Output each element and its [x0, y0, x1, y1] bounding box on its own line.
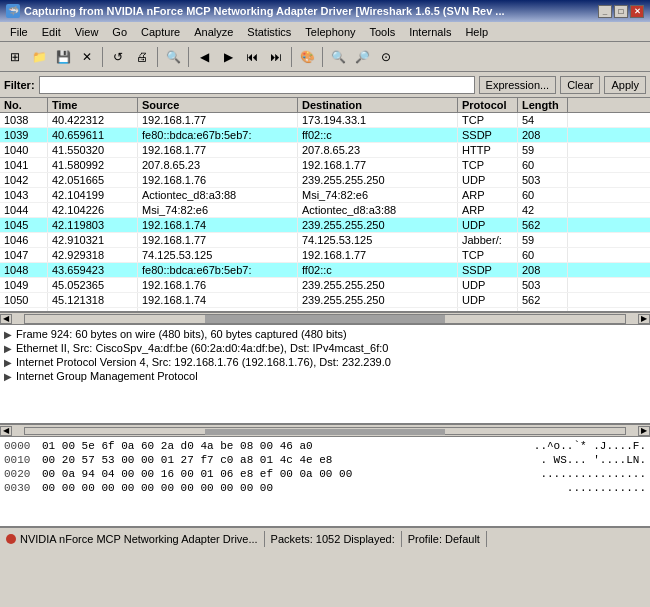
hex-offset: 0000: [4, 439, 34, 453]
cell-time: 42.104199: [48, 188, 138, 202]
header-source[interactable]: Source: [138, 98, 298, 112]
cell-src: 192.168.1.74: [138, 218, 298, 232]
print-btn[interactable]: 🖨: [131, 46, 153, 68]
hex-row: 0020 00 0a 94 04 00 00 16 00 01 06 e8 ef…: [4, 467, 646, 481]
detail-hscroll-track[interactable]: [24, 427, 626, 435]
go-next-btn[interactable]: ▶: [217, 46, 239, 68]
cell-len: 503: [518, 278, 568, 292]
sep5: [322, 47, 323, 67]
close-button[interactable]: ✕: [630, 5, 644, 18]
menu-go[interactable]: Go: [106, 24, 133, 40]
find-btn[interactable]: 🔍: [162, 46, 184, 68]
cell-dst: ff02::c: [298, 263, 458, 277]
apply-button[interactable]: Apply: [604, 76, 646, 94]
cell-dst: ff02::c: [298, 128, 458, 142]
packet-rows: 1038 40.422312 192.168.1.77 173.194.33.1…: [0, 113, 650, 313]
capture-indicator: [6, 534, 16, 544]
hscroll-thumb[interactable]: [205, 315, 445, 323]
detail-pane[interactable]: ▶ Frame 924: 60 bytes on wire (480 bits)…: [0, 325, 650, 425]
cell-len: 60: [518, 158, 568, 172]
menu-internals[interactable]: Internals: [403, 24, 457, 40]
cell-no: 1045: [0, 218, 48, 232]
table-row[interactable]: 1047 42.929318 74.125.53.125 192.168.1.7…: [0, 248, 650, 263]
list-item[interactable]: ▶ Internet Group Management Protocol: [4, 369, 646, 383]
table-row[interactable]: 1045 42.119803 192.168.1.74 239.255.255.…: [0, 218, 650, 233]
zoom-out-btn[interactable]: 🔎: [351, 46, 373, 68]
hscroll-track[interactable]: [24, 314, 626, 324]
header-length[interactable]: Length: [518, 98, 568, 112]
close-btn[interactable]: ✕: [76, 46, 98, 68]
menu-capture[interactable]: Capture: [135, 24, 186, 40]
zoom-in-btn[interactable]: 🔍: [327, 46, 349, 68]
header-protocol[interactable]: Protocol: [458, 98, 518, 112]
zoom-reset-btn[interactable]: ⊙: [375, 46, 397, 68]
maximize-button[interactable]: □: [614, 5, 628, 18]
detail-hscroll-thumb[interactable]: [205, 429, 445, 435]
menu-edit[interactable]: Edit: [36, 24, 67, 40]
scroll-left-btn[interactable]: ◀: [0, 314, 12, 324]
cell-no: 1041: [0, 158, 48, 172]
header-destination[interactable]: Destination: [298, 98, 458, 112]
cell-dst: 192.168.1.77: [298, 158, 458, 172]
packet-list[interactable]: No. Time Source Destination Protocol Len…: [0, 98, 650, 313]
cell-time: 42.119803: [48, 218, 138, 232]
list-item[interactable]: ▶ Ethernet II, Src: CiscoSpv_4a:df:be (6…: [4, 341, 646, 355]
detail-scroll-right[interactable]: ▶: [638, 426, 650, 436]
filter-input[interactable]: [39, 76, 475, 94]
go-prev-btn[interactable]: ◀: [193, 46, 215, 68]
list-item[interactable]: ▶ Internet Protocol Version 4, Src: 192.…: [4, 355, 646, 369]
table-row[interactable]: 1042 42.051665 192.168.1.76 239.255.255.…: [0, 173, 650, 188]
table-row[interactable]: 1043 42.104199 Actiontec_d8:a3:88 Msi_74…: [0, 188, 650, 203]
menu-file[interactable]: File: [4, 24, 34, 40]
table-row[interactable]: 1050 45.121318 192.168.1.74 239.255.255.…: [0, 293, 650, 308]
save-btn[interactable]: 💾: [52, 46, 74, 68]
detail-rows: ▶ Frame 924: 60 bytes on wire (480 bits)…: [4, 327, 646, 383]
menu-telephony[interactable]: Telephony: [299, 24, 361, 40]
cell-time: 42.104226: [48, 203, 138, 217]
table-row[interactable]: 1041 41.580992 207.8.65.23 192.168.1.77 …: [0, 158, 650, 173]
cell-time: 42.910321: [48, 233, 138, 247]
table-row[interactable]: 1038 40.422312 192.168.1.77 173.194.33.1…: [0, 113, 650, 128]
table-row[interactable]: 1048 43.659423 fe80::bdca:e67b:5eb7: ff0…: [0, 263, 650, 278]
cell-src: 192.168.1.77: [138, 233, 298, 247]
window-title: Capturing from NVIDIA nForce MCP Network…: [24, 5, 505, 17]
packet-list-header: No. Time Source Destination Protocol Len…: [0, 98, 650, 113]
menu-tools[interactable]: Tools: [364, 24, 402, 40]
cell-time: 41.550320: [48, 143, 138, 157]
table-row[interactable]: 1044 42.104226 Msi_74:82:e6 Actiontec_d8…: [0, 203, 650, 218]
go-first-btn[interactable]: ⏮: [241, 46, 263, 68]
list-item[interactable]: ▶ Frame 924: 60 bytes on wire (480 bits)…: [4, 327, 646, 341]
packet-list-hscroll[interactable]: ◀ ▶: [0, 313, 650, 325]
minimize-button[interactable]: _: [598, 5, 612, 18]
menu-help[interactable]: Help: [459, 24, 494, 40]
cell-proto: HTTP: [458, 143, 518, 157]
reload-btn[interactable]: ↺: [107, 46, 129, 68]
cell-src: 74.125.53.125: [138, 248, 298, 262]
expression-button[interactable]: Expression...: [479, 76, 557, 94]
open-btn[interactable]: 📁: [28, 46, 50, 68]
status-adapter: NVIDIA nForce MCP Networking Adapter Dri…: [0, 531, 265, 547]
go-last-btn[interactable]: ⏭: [265, 46, 287, 68]
colorize-btn[interactable]: 🎨: [296, 46, 318, 68]
cell-proto: SSDP: [458, 128, 518, 142]
menu-statistics[interactable]: Statistics: [241, 24, 297, 40]
cell-time: 43.659423: [48, 263, 138, 277]
table-row[interactable]: 1040 41.550320 192.168.1.77 207.8.65.23 …: [0, 143, 650, 158]
header-time[interactable]: Time: [48, 98, 138, 112]
hex-bytes: 01 00 5e 6f 0a 60 2a d0 4a be 08 00 46 a…: [42, 439, 526, 453]
cell-proto: TCP: [458, 113, 518, 127]
table-row[interactable]: 1039 40.659611 fe80::bdca:e67b:5eb7: ff0…: [0, 128, 650, 143]
cell-len: 42: [518, 203, 568, 217]
clear-button[interactable]: Clear: [560, 76, 600, 94]
detail-scroll-left[interactable]: ◀: [0, 426, 12, 436]
header-no[interactable]: No.: [0, 98, 48, 112]
menu-analyze[interactable]: Analyze: [188, 24, 239, 40]
table-row[interactable]: 1046 42.910321 192.168.1.77 74.125.53.12…: [0, 233, 650, 248]
new-capture-btn[interactable]: ⊞: [4, 46, 26, 68]
table-row[interactable]: 1049 45.052365 192.168.1.76 239.255.255.…: [0, 278, 650, 293]
hex-row: 0000 01 00 5e 6f 0a 60 2a d0 4a be 08 00…: [4, 439, 646, 453]
menu-view[interactable]: View: [69, 24, 105, 40]
expand-icon: ▶: [4, 343, 12, 354]
detail-hscroll[interactable]: ◀ ▶: [0, 425, 650, 437]
scroll-right-btn[interactable]: ▶: [638, 314, 650, 324]
